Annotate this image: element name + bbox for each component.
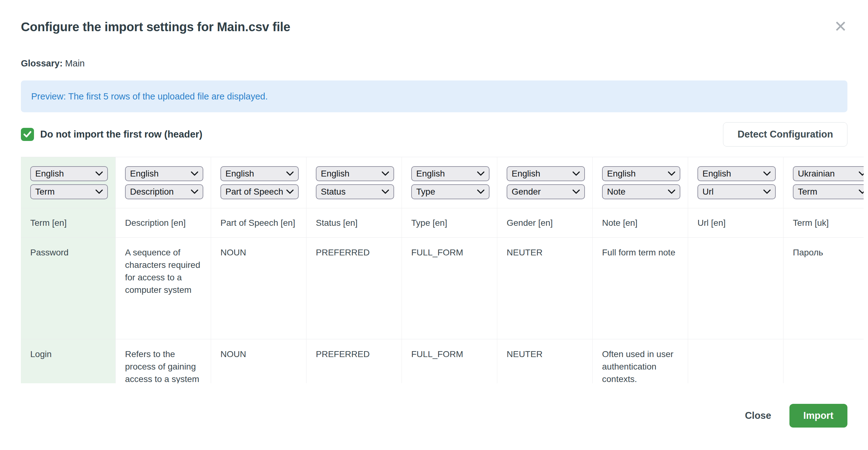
chevron-down-icon [382,172,389,176]
chevron-down-icon [668,172,675,176]
table-cell-row2-col3: NOUN [211,339,307,383]
column-header-description-en-: Description [en] [116,208,211,238]
modal-title: Configure the import settings for Main.c… [21,19,290,35]
language-select-col-8[interactable]: English [698,166,776,181]
column-header-term-en-: Term [en] [21,208,116,238]
language-select-col-9[interactable]: Ukrainian [793,166,864,181]
field-select-value: Url [703,187,714,197]
language-select-col-3[interactable]: English [220,166,299,181]
column-2-select-cell: EnglishDescription [116,157,211,208]
language-select-value: English [225,169,254,179]
language-select-value: Ukrainian [798,169,835,179]
column-3-select-cell: EnglishPart of Speech [211,157,307,208]
language-select-col-5[interactable]: English [411,166,490,181]
import-settings-modal: Configure the import settings for Main.c… [0,0,868,450]
column-8-select-cell: EnglishUrl [688,157,783,208]
chevron-down-icon [286,189,294,194]
column-header-gender-en-: Gender [en] [497,208,593,238]
field-select-value: Gender [512,187,540,197]
language-select-value: English [321,169,349,179]
language-select-col-2[interactable]: English [125,166,203,181]
table-cell-row1-col2: A sequence of characters required for ac… [116,238,211,339]
glossary-value: Main [65,58,85,68]
table-cell-row1-col5: FULL_FORM [402,238,497,339]
chevron-down-icon [477,172,485,176]
table-cell-row1-col3: NOUN [211,238,307,339]
column-header-type-en-: Type [en] [402,208,497,238]
column-header-url-en-: Url [en] [688,208,783,238]
column-header-status-en-: Status [en] [307,208,402,238]
field-select-value: Type [416,187,435,197]
detect-configuration-button[interactable]: Detect Configuration [723,122,847,147]
field-select-value: Part of Speech [225,187,283,197]
table-cell-row2-col7: Often used in user authentication contex… [593,339,688,383]
field-select-col-2-description[interactable]: Description [125,184,203,199]
field-select-col-6-gender[interactable]: Gender [507,184,585,199]
field-select-value: Status [321,187,345,197]
language-select-value: English [607,169,636,179]
column-4-select-cell: EnglishStatus [307,157,402,208]
chevron-down-icon [859,189,864,194]
table-cell-row1-col1: Password [21,238,116,339]
preview-info-banner: Preview: The first 5 rows of the uploade… [21,81,847,112]
language-select-col-1[interactable]: English [30,166,108,181]
column-header-term-uk-: Term [uk] [783,208,864,238]
column-header-part-of-speech-en-: Part of Speech [en] [211,208,307,238]
field-select-value: Term [798,187,817,197]
field-select-col-7-note[interactable]: Note [602,184,680,199]
column-6-select-cell: EnglishGender [497,157,593,208]
chevron-down-icon [572,172,580,176]
checkmark-icon [23,131,31,138]
column-1-select-cell: EnglishTerm [21,157,116,208]
close-button[interactable]: Close [745,410,771,421]
mapping-table-viewport[interactable]: EnglishTermEnglishDescriptionEnglishPart… [21,157,864,383]
skip-header-checkbox-row[interactable]: Do not import the first row (header) [21,128,203,141]
field-select-col-5-type[interactable]: Type [411,184,490,199]
language-select-col-6[interactable]: English [507,166,585,181]
glossary-label: Glossary: [21,58,63,68]
preview-info-text: Preview: The first 5 rows of the uploade… [31,91,268,102]
table-cell-row1-col9: Пароль [783,238,864,339]
glossary-line: Glossary: Main [21,58,847,69]
table-cell-row2-col1: Login [21,339,116,383]
table-cell-row2-col8 [688,339,783,383]
chevron-down-icon [763,172,771,176]
field-select-col-4-status[interactable]: Status [316,184,394,199]
table-cell-row1-col7: Full form term note [593,238,688,339]
chevron-down-icon [572,189,580,194]
chevron-down-icon [859,172,864,176]
field-select-value: Description [130,187,174,197]
language-select-value: English [130,169,159,179]
chevron-down-icon [763,189,771,194]
field-select-col-8-url[interactable]: Url [698,184,776,199]
table-cell-row2-col2: Refers to the process of gaining access … [116,339,211,383]
language-select-value: English [512,169,540,179]
skip-header-label: Do not import the first row (header) [40,129,203,140]
table-cell-row1-col4: PREFERRED [307,238,402,339]
table-cell-row2-col4: PREFERRED [307,339,402,383]
chevron-down-icon [286,172,294,176]
column-7-select-cell: EnglishNote [593,157,688,208]
close-icon[interactable] [834,19,847,33]
chevron-down-icon [382,189,389,194]
field-select-value: Note [607,187,625,197]
language-select-value: English [416,169,445,179]
chevron-down-icon [95,189,103,194]
table-cell-row2-col6: NEUTER [497,339,593,383]
import-button[interactable]: Import [789,404,847,427]
column-5-select-cell: EnglishType [402,157,497,208]
language-select-col-4[interactable]: English [316,166,394,181]
table-cell-row1-col8 [688,238,783,339]
field-select-col-3-part-of-speech[interactable]: Part of Speech [220,184,299,199]
chevron-down-icon [668,189,675,194]
language-select-value: English [35,169,64,179]
language-select-col-7[interactable]: English [602,166,680,181]
chevron-down-icon [191,172,198,176]
skip-header-checkbox[interactable] [21,128,34,141]
column-9-select-cell: UkrainianTerm [783,157,864,208]
language-select-value: English [703,169,731,179]
table-cell-row2-col9 [783,339,864,383]
field-select-col-9-term[interactable]: Term [793,184,864,199]
field-select-col-1-term[interactable]: Term [30,184,108,199]
table-cell-row1-col6: NEUTER [497,238,593,339]
